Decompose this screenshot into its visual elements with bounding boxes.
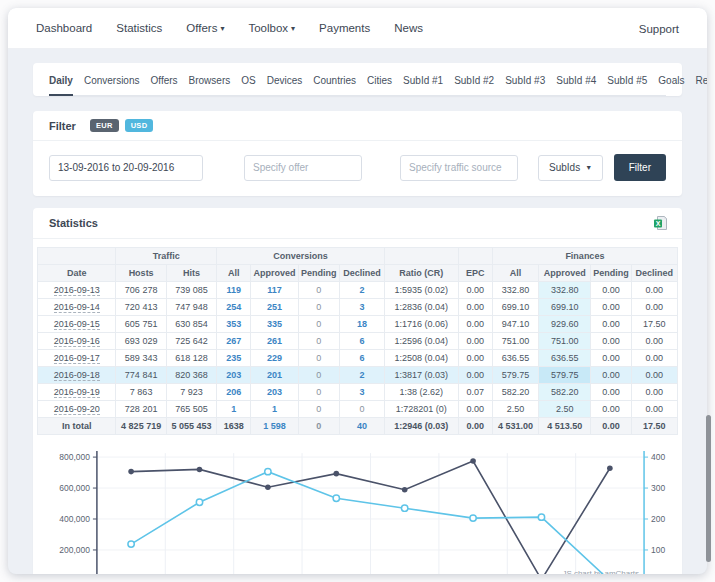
- tab-subid-4[interactable]: SubId #4: [556, 75, 596, 95]
- subids-dropdown[interactable]: SubIds ▼: [538, 155, 603, 181]
- column-header-all: All: [492, 265, 538, 282]
- date-link[interactable]: 2016-09-20: [54, 404, 100, 415]
- column-header-declined: Declined: [339, 265, 384, 282]
- nav-menu: DashboardStatisticsOffers▾Toolbox▾Paymen…: [36, 22, 423, 34]
- svg-text:800,000: 800,000: [59, 452, 90, 462]
- tab-goals[interactable]: Goals: [658, 75, 684, 95]
- app-window: DashboardStatisticsOffers▾Toolbox▾Paymen…: [0, 0, 715, 582]
- nav-item-payments[interactable]: Payments: [319, 22, 370, 34]
- tab-countries[interactable]: Countries: [313, 75, 356, 95]
- column-group-finances: Finances: [492, 248, 677, 265]
- table-row: 2016-09-197 8637 923206203031:38 (2.62)0…: [38, 384, 678, 401]
- tab-subid-3[interactable]: SubId #3: [505, 75, 545, 95]
- column-header-all: All: [217, 265, 251, 282]
- column-header-declined: Declined: [631, 265, 677, 282]
- subids-dropdown-label: SubIds: [549, 162, 580, 173]
- traffic-conversions-chart: 0200,000400,000600,000800,00001002003004…: [33, 435, 682, 574]
- currency-badge-eur[interactable]: EUR: [90, 119, 119, 132]
- statistics-card: Statistics X: [33, 208, 682, 574]
- filter-header: Filter EURUSD: [33, 111, 682, 141]
- tab-bar: DailyConversionsOffersBrowsersOSDevicesC…: [49, 75, 666, 96]
- tab-os[interactable]: OS: [241, 75, 255, 95]
- table-row: 2016-09-13706 278739 085119117021:5935 (…: [38, 282, 678, 299]
- nav-right: Support: [639, 19, 679, 37]
- currency-badges: EURUSD: [90, 119, 154, 132]
- column-header-pending: Pending: [298, 265, 339, 282]
- statistics-table: TrafficConversionsFinancesDateHostsHitsA…: [37, 247, 678, 435]
- column-group-traffic: Traffic: [116, 248, 217, 265]
- tab-subid-2[interactable]: SubId #2: [454, 75, 494, 95]
- tab-conversions[interactable]: Conversions: [84, 75, 140, 95]
- column-group-empty: [458, 248, 492, 265]
- svg-text:100: 100: [651, 545, 665, 555]
- column-header-approved: Approved: [251, 265, 298, 282]
- tab-devices[interactable]: Devices: [267, 75, 303, 95]
- column-group-empty: [385, 248, 458, 265]
- filter-form: SubIds ▼ Filter: [33, 141, 682, 196]
- excel-export-icon[interactable]: X: [653, 215, 668, 231]
- column-header-pending: Pending: [591, 265, 631, 282]
- column-header-epc: EPC: [458, 265, 492, 282]
- table-row: 2016-09-18774 841820 368203201021:3817 (…: [38, 367, 678, 384]
- caret-down-icon: ▾: [220, 24, 224, 33]
- filter-card: Filter EURUSD SubIds ▼ Filter: [33, 111, 682, 196]
- svg-text:200,000: 200,000: [59, 545, 90, 555]
- date-link[interactable]: 2016-09-18: [54, 370, 100, 381]
- svg-text:600,000: 600,000: [59, 483, 90, 493]
- app-panel: DashboardStatisticsOffers▾Toolbox▾Paymen…: [8, 8, 707, 574]
- svg-text:400: 400: [651, 452, 665, 462]
- date-range-input[interactable]: [49, 155, 203, 181]
- table-row: 2016-09-17589 343618 128235229061:2508 (…: [38, 350, 678, 367]
- date-link[interactable]: 2016-09-13: [54, 285, 100, 296]
- column-header-hits: Hits: [166, 265, 216, 282]
- tab-browsers[interactable]: Browsers: [189, 75, 231, 95]
- tab-cities[interactable]: Cities: [367, 75, 392, 95]
- column-header-hosts: Hosts: [116, 265, 166, 282]
- date-link[interactable]: 2016-09-16: [54, 336, 100, 347]
- content-area: DailyConversionsOffersBrowsersOSDevicesC…: [8, 63, 707, 574]
- column-group-empty: [38, 248, 116, 265]
- filter-button[interactable]: Filter: [614, 154, 666, 181]
- date-link[interactable]: 2016-09-19: [54, 387, 100, 398]
- tab-referrals[interactable]: Referrals: [695, 75, 707, 95]
- nav-item-toolbox[interactable]: Toolbox▾: [248, 22, 295, 34]
- column-header-approved: Approved: [539, 265, 591, 282]
- tabs-card: DailyConversionsOffersBrowsersOSDevicesC…: [33, 63, 682, 96]
- svg-text:300: 300: [651, 483, 665, 493]
- statistics-table-wrap: TrafficConversionsFinancesDateHostsHitsA…: [33, 239, 682, 435]
- caret-down-icon: ▾: [291, 24, 295, 33]
- table-row: 2016-09-16693 029725 642267261061:2596 (…: [38, 333, 678, 350]
- table-total-row: In total4 825 7195 055 45316381 5980401:…: [38, 418, 678, 435]
- column-header-date: Date: [38, 265, 116, 282]
- tab-daily[interactable]: Daily: [49, 75, 73, 96]
- currency-badge-usd[interactable]: USD: [125, 119, 154, 132]
- traffic-source-input[interactable]: [400, 155, 518, 181]
- nav-item-statistics[interactable]: Statistics: [116, 22, 162, 34]
- table-row: 2016-09-15605 751630 8543533350181:1716 …: [38, 316, 678, 333]
- caret-down-icon: ▼: [585, 164, 592, 171]
- scrollbar-thumb[interactable]: [706, 415, 711, 562]
- top-nav: DashboardStatisticsOffers▾Toolbox▾Paymen…: [8, 8, 707, 49]
- date-link[interactable]: 2016-09-14: [54, 302, 100, 313]
- date-link[interactable]: 2016-09-17: [54, 353, 100, 364]
- date-link[interactable]: 2016-09-15: [54, 319, 100, 330]
- filter-title: Filter: [49, 120, 76, 132]
- nav-item-dashboard[interactable]: Dashboard: [36, 22, 92, 34]
- nav-item-support[interactable]: Support: [639, 23, 679, 35]
- svg-text:400,000: 400,000: [59, 514, 90, 524]
- table-row: 2016-09-20728 201765 50511001:728201 (0)…: [38, 401, 678, 418]
- svg-text:X: X: [656, 220, 661, 227]
- statistics-title: Statistics: [49, 217, 98, 229]
- nav-item-news[interactable]: News: [394, 22, 423, 34]
- tab-subid-5[interactable]: SubId #5: [607, 75, 647, 95]
- table-row: 2016-09-14720 413747 948254251031:2836 (…: [38, 299, 678, 316]
- statistics-header: Statistics X: [33, 208, 682, 239]
- tab-offers[interactable]: Offers: [151, 75, 178, 95]
- nav-item-offers[interactable]: Offers▾: [186, 22, 224, 34]
- column-group-conversions: Conversions: [217, 248, 385, 265]
- offer-input[interactable]: [244, 155, 362, 181]
- tab-subid-1[interactable]: SubId #1: [403, 75, 443, 95]
- column-header-ratio-cr: Ratio (CR): [385, 265, 458, 282]
- svg-text:200: 200: [651, 514, 665, 524]
